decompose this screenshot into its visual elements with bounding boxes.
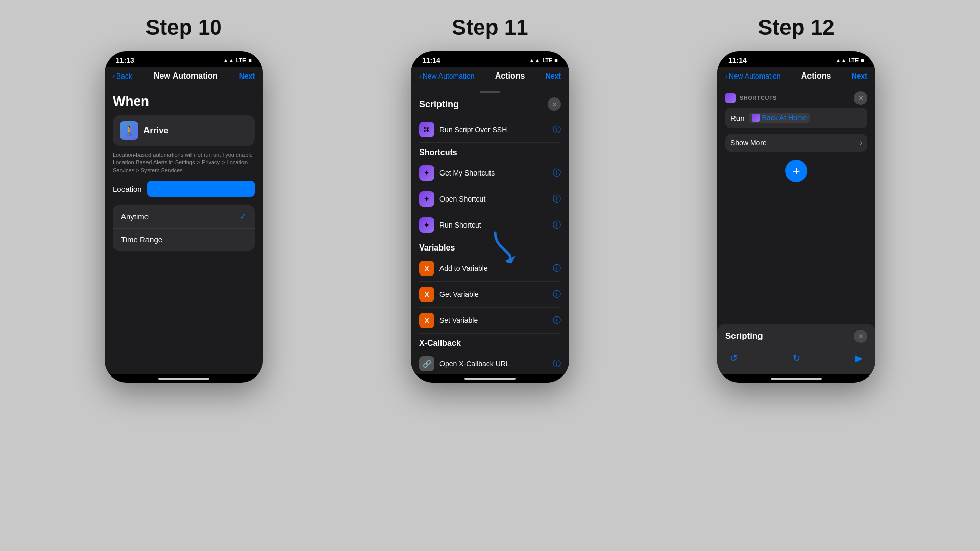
xcallback-info-icon[interactable]: ⓘ bbox=[553, 359, 561, 369]
xcallback-icon: 🔗 bbox=[419, 356, 434, 371]
lte-icon: LTE bbox=[236, 57, 246, 63]
signal-icon: ▲▲ bbox=[223, 57, 234, 63]
back-chevron-icon-12: ‹ bbox=[725, 72, 728, 80]
arrive-card: 🚶 Arrive bbox=[113, 115, 255, 146]
home-bar-11 bbox=[464, 378, 516, 380]
back-chevron-icon-11: ‹ bbox=[419, 72, 422, 80]
run-ssh-item[interactable]: ⌘ Run Script Over SSH ⓘ bbox=[419, 117, 561, 143]
battery-icon-12: ■ bbox=[861, 57, 864, 63]
set-variable-item[interactable]: X Set Variable ⓘ bbox=[419, 308, 561, 334]
home-indicator-12 bbox=[717, 374, 875, 383]
time-12: 11:14 bbox=[728, 56, 747, 64]
nav-title-12: Actions bbox=[801, 71, 831, 81]
time-11: 11:14 bbox=[422, 56, 440, 64]
shortcuts-category: Shortcuts bbox=[419, 143, 561, 160]
arrive-text: Arrive bbox=[143, 126, 168, 136]
xcallback-category: X-Callback bbox=[419, 334, 561, 351]
get-var-info-icon[interactable]: ⓘ bbox=[553, 289, 561, 300]
step11-title: Step 11 bbox=[452, 15, 528, 40]
lte-icon-12: LTE bbox=[848, 57, 859, 63]
close-scripting-button[interactable]: ✕ bbox=[548, 97, 561, 111]
ssh-info-icon[interactable]: ⓘ bbox=[553, 124, 561, 135]
get-shortcuts-label: Get My Shortcuts bbox=[439, 169, 495, 177]
play-icon[interactable]: ▶ bbox=[851, 350, 867, 366]
redo-icon[interactable]: ↻ bbox=[788, 350, 804, 366]
anytime-label: Anytime bbox=[121, 212, 149, 221]
scripting-bottom-sheet: Scripting ✕ ↺ ↻ ▶ bbox=[717, 324, 875, 374]
close-scripting-bottom-button[interactable]: ✕ bbox=[854, 330, 867, 343]
nav-title-10: New Automation bbox=[154, 71, 218, 81]
anytime-option[interactable]: Anytime ✓ bbox=[113, 205, 255, 229]
open-shortcut-item[interactable]: ✦ Open Shortcut ⓘ bbox=[419, 186, 561, 212]
get-shortcuts-icon: ✦ bbox=[419, 165, 434, 181]
get-my-shortcuts-item[interactable]: ✦ Get My Shortcuts ⓘ bbox=[419, 160, 561, 186]
xcallback-item[interactable]: 🔗 Open X-Callback URL ⓘ bbox=[419, 351, 561, 374]
warning-text: Location-based automations will not run … bbox=[113, 151, 255, 174]
shortcuts-section-12: SHORTCUTS ✕ Run Back At Home Show More › bbox=[717, 85, 875, 198]
home-bar-12 bbox=[771, 378, 822, 380]
set-variable-label: Set Variable bbox=[439, 316, 478, 324]
run-shortcut-icon: ✦ bbox=[419, 217, 434, 233]
status-icons-10: ▲▲ LTE ■ bbox=[223, 57, 252, 63]
back-label-12: New Automation bbox=[729, 72, 781, 80]
nav-bar-10: ‹ Back New Automation Next bbox=[105, 67, 263, 85]
open-shortcut-info-icon[interactable]: ⓘ bbox=[553, 194, 561, 205]
back-label-11: New Automation bbox=[423, 72, 475, 80]
step12-title: Step 12 bbox=[758, 15, 834, 40]
battery-icon-11: ■ bbox=[554, 57, 558, 63]
sheet-bg bbox=[411, 85, 569, 97]
next-button-10[interactable]: Next bbox=[239, 72, 255, 80]
home-indicator-10 bbox=[105, 374, 263, 383]
location-bar[interactable] bbox=[147, 181, 255, 197]
status-icons-11: ▲▲ LTE ■ bbox=[529, 57, 558, 63]
run-text: Run bbox=[730, 114, 745, 122]
close-shortcuts-button[interactable]: ✕ bbox=[854, 91, 867, 105]
run-shortcut-info-icon[interactable]: ⓘ bbox=[553, 220, 561, 231]
step12-phone: 11:14 ▲▲ LTE ■ ‹ New Automation Actions … bbox=[717, 51, 875, 383]
get-shortcuts-info-icon[interactable]: ⓘ bbox=[553, 168, 561, 179]
add-action-button[interactable]: + bbox=[785, 160, 807, 182]
when-label: When bbox=[113, 93, 255, 109]
step10-content: When 🚶 Arrive Location-based automations… bbox=[105, 85, 263, 374]
shortcuts-section-label: SHORTCUTS bbox=[740, 95, 777, 101]
add-var-info-icon[interactable]: ⓘ bbox=[553, 263, 561, 274]
run-row: Run Back At Home bbox=[725, 108, 867, 128]
home-indicator-11 bbox=[411, 374, 569, 383]
next-button-11[interactable]: Next bbox=[546, 72, 561, 80]
battery-icon: ■ bbox=[248, 57, 252, 63]
show-more-chevron-icon: › bbox=[860, 138, 862, 147]
scripting-title: Scripting bbox=[419, 99, 459, 110]
ssh-label: Run Script Over SSH bbox=[439, 126, 507, 134]
lte-icon-11: LTE bbox=[542, 57, 552, 63]
anytime-checkmark: ✓ bbox=[240, 212, 247, 221]
home-bar-10 bbox=[158, 378, 209, 380]
get-variable-item[interactable]: X Get Variable ⓘ bbox=[419, 282, 561, 308]
nav-bar-12: ‹ New Automation Actions Next bbox=[717, 67, 875, 85]
open-shortcut-label: Open Shortcut bbox=[439, 195, 485, 203]
location-row: Location bbox=[113, 181, 255, 197]
back-button-11[interactable]: ‹ New Automation bbox=[419, 72, 475, 80]
nav-title-11: Actions bbox=[495, 71, 525, 81]
back-button-12[interactable]: ‹ New Automation bbox=[725, 72, 781, 80]
timerange-option[interactable]: Time Range bbox=[113, 229, 255, 251]
shortcut-tiny-icon bbox=[752, 114, 760, 122]
set-var-info-icon[interactable]: ⓘ bbox=[553, 315, 561, 326]
status-bar-10: 11:13 ▲▲ LTE ■ bbox=[105, 51, 263, 67]
ssh-icon: ⌘ bbox=[419, 122, 434, 137]
shortcuts-header-12: SHORTCUTS ✕ bbox=[725, 91, 867, 105]
step11-phone: 11:14 ▲▲ LTE ■ ‹ New Automation Actions … bbox=[411, 51, 569, 383]
step12-container: Step 12 11:14 ▲▲ LTE ■ ‹ New Automation … bbox=[697, 15, 896, 383]
run-shortcut-label: Run Shortcut bbox=[439, 221, 481, 229]
open-shortcut-icon: ✦ bbox=[419, 191, 434, 207]
show-more-row[interactable]: Show More › bbox=[725, 134, 867, 152]
run-shortcut-item[interactable]: ✦ Run Shortcut ⓘ bbox=[419, 212, 561, 238]
back-button-10[interactable]: ‹ Back bbox=[113, 72, 132, 80]
undo-icon[interactable]: ↺ bbox=[725, 350, 742, 366]
scripting-bottom-icons: ↺ ↻ ▶ bbox=[725, 348, 867, 368]
shortcut-badge[interactable]: Back At Home bbox=[749, 113, 811, 123]
next-button-12[interactable]: Next bbox=[852, 72, 867, 80]
add-var-icon: X bbox=[419, 261, 434, 276]
nav-bar-11: ‹ New Automation Actions Next bbox=[411, 67, 569, 85]
xcallback-label: Open X-Callback URL bbox=[439, 360, 510, 368]
add-variable-item[interactable]: X Add to Variable ⓘ bbox=[419, 256, 561, 282]
